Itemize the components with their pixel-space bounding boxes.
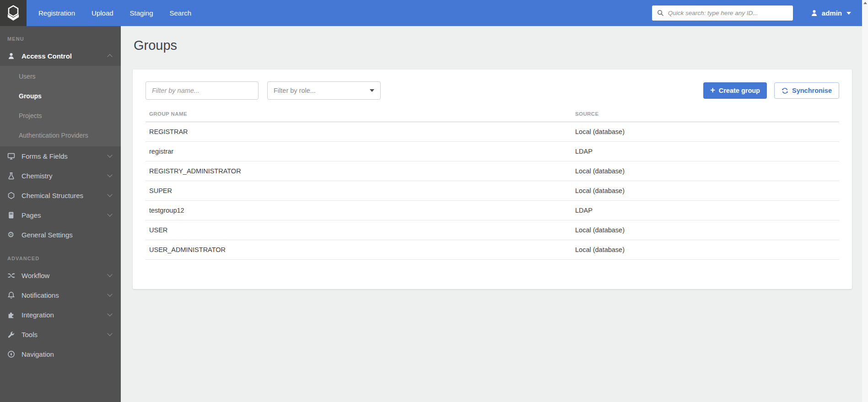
nav-item-registration[interactable]: Registration — [30, 0, 83, 26]
group-name-cell: registrar — [146, 148, 571, 155]
group-name-cell: USER_ADMINISTRATOR — [146, 246, 571, 253]
sidebar-item-authentication-providers[interactable]: Authentication Providers — [0, 126, 121, 145]
sidebar-item-label: Chemistry — [22, 172, 53, 180]
chevron-down-icon — [107, 192, 112, 197]
nav-item-search[interactable]: Search — [161, 0, 199, 26]
sidebar-item-general-settings[interactable]: ⚙ General Settings — [0, 225, 121, 245]
shuffle-icon — [7, 272, 22, 279]
username-label: admin — [822, 9, 842, 17]
chevron-down-icon — [370, 89, 374, 92]
sidebar-item-tools[interactable]: Tools — [0, 325, 121, 344]
page-scrollbar[interactable] — [862, 0, 868, 402]
app-logo[interactable] — [0, 0, 27, 26]
filter-by-role-placeholder: Filter by role... — [274, 87, 316, 94]
table-row[interactable]: REGISTRAR Local (database) — [146, 122, 839, 142]
chevron-down-icon — [107, 311, 112, 316]
sidebar-item-navigation[interactable]: Navigation — [0, 344, 121, 364]
chevron-down-icon — [107, 152, 112, 157]
sidebar-item-notifications[interactable]: Notifications — [0, 285, 121, 305]
plus-icon: + — [710, 86, 715, 94]
sidebar-section-advanced: ADVANCED — [0, 245, 121, 266]
top-navbar: Registration Upload Staging Search admin — [0, 0, 862, 26]
quick-search-input[interactable] — [668, 10, 788, 16]
sidebar-item-label: Chemical Structures — [22, 192, 83, 199]
book-icon — [7, 211, 22, 219]
user-menu[interactable]: admin — [810, 9, 851, 17]
sidebar: MENU Access Control Users Groups Project… — [0, 26, 121, 402]
table-row[interactable]: SUPER Local (database) — [146, 181, 839, 201]
chevron-up-icon — [107, 54, 112, 59]
flask-icon — [7, 172, 22, 180]
card-actions: + Create group Synchronise — [703, 82, 839, 99]
sidebar-item-label: Integration — [22, 311, 54, 319]
group-name-cell: REGISTRY_ADMINISTRATOR — [146, 167, 571, 175]
chevron-down-icon — [107, 172, 112, 177]
create-group-label: Create group — [719, 87, 760, 94]
monitor-icon — [7, 152, 22, 160]
user-icon — [810, 9, 818, 17]
wrench-icon — [7, 331, 22, 338]
sidebar-item-chemical-structures[interactable]: Chemical Structures — [0, 186, 121, 205]
quick-search-box — [652, 5, 793, 21]
table-row[interactable]: REGISTRY_ADMINISTRATOR Local (database) — [146, 161, 839, 181]
column-header-group-name: GROUP NAME — [146, 111, 571, 117]
chevron-down-icon — [107, 331, 112, 336]
hexagon-icon — [7, 192, 22, 199]
main-content: Groups Filter by role... + Create group — [121, 26, 862, 402]
sidebar-section-menu: MENU — [0, 26, 121, 46]
source-cell: Local (database) — [571, 187, 839, 194]
synchronise-label: Synchronise — [792, 87, 832, 94]
sidebar-item-label: General Settings — [22, 231, 73, 239]
sidebar-item-label: Workflow — [22, 272, 49, 279]
main-menu: Registration Upload Staging Search — [30, 0, 199, 26]
group-name-cell: testgroup12 — [146, 207, 571, 214]
source-cell: Local (database) — [571, 246, 839, 253]
sidebar-item-groups[interactable]: Groups — [0, 86, 121, 106]
sidebar-item-integration[interactable]: Integration — [0, 305, 121, 325]
filter-toolbar: Filter by role... + Create group Synchro… — [146, 81, 839, 100]
filter-by-role-select[interactable]: Filter by role... — [267, 81, 381, 100]
synchronise-button[interactable]: Synchronise — [774, 82, 839, 99]
hexagon-logo-icon — [5, 5, 22, 22]
navbar-right: admin — [652, 5, 862, 21]
scroll-up-arrow-icon[interactable] — [863, 2, 867, 4]
source-cell: Local (database) — [571, 128, 839, 135]
user-icon — [7, 52, 22, 60]
bell-icon — [7, 291, 22, 299]
filter-by-name-input[interactable] — [146, 81, 259, 100]
table-row[interactable]: registrar LDAP — [146, 142, 839, 161]
group-name-cell: REGISTRAR — [146, 128, 571, 135]
chevron-down-icon — [107, 291, 112, 296]
puzzle-icon — [7, 311, 22, 319]
table-row[interactable]: testgroup12 LDAP — [146, 201, 839, 220]
sidebar-item-forms-fields[interactable]: Forms & Fields — [0, 146, 121, 166]
chevron-down-icon — [107, 272, 112, 277]
chevron-down-icon — [846, 12, 851, 15]
gear-icon: ⚙ — [7, 231, 22, 239]
sidebar-item-workflow[interactable]: Workflow — [0, 266, 121, 285]
sidebar-item-label: Access Control — [22, 52, 72, 60]
sidebar-item-label: Pages — [22, 211, 41, 219]
sidebar-item-users[interactable]: Users — [0, 67, 121, 86]
table-row[interactable]: USER Local (database) — [146, 220, 839, 240]
nav-item-staging[interactable]: Staging — [122, 0, 162, 26]
page-title: Groups — [134, 38, 862, 53]
sidebar-item-projects[interactable]: Projects — [0, 106, 121, 126]
groups-table: GROUP NAME SOURCE REGISTRAR Local (datab… — [146, 111, 839, 260]
chevron-down-icon — [107, 211, 112, 216]
group-name-cell: USER — [146, 226, 571, 234]
groups-card: Filter by role... + Create group Synchro… — [133, 70, 852, 289]
sidebar-item-label: Forms & Fields — [22, 152, 68, 160]
nav-item-upload[interactable]: Upload — [83, 0, 122, 26]
compass-icon — [7, 350, 22, 358]
refresh-icon — [782, 87, 788, 94]
sidebar-item-label: Tools — [22, 331, 38, 338]
sidebar-item-pages[interactable]: Pages — [0, 205, 121, 225]
create-group-button[interactable]: + Create group — [703, 82, 767, 99]
sidebar-item-access-control[interactable]: Access Control — [0, 46, 121, 66]
sidebar-item-chemistry[interactable]: Chemistry — [0, 166, 121, 186]
source-cell: LDAP — [571, 207, 839, 214]
table-row[interactable]: USER_ADMINISTRATOR Local (database) — [146, 240, 839, 260]
table-header: GROUP NAME SOURCE — [146, 111, 839, 122]
source-cell: Local (database) — [571, 226, 839, 234]
